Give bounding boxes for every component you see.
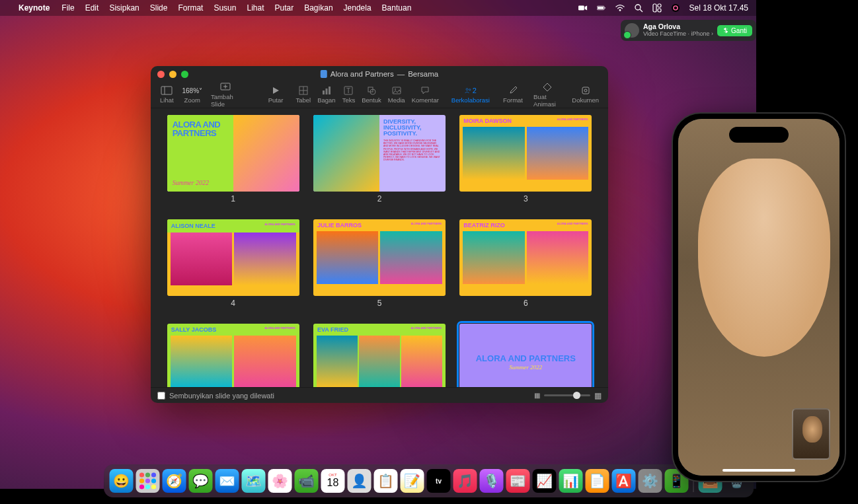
menu-bantuan[interactable]: Bantuan (382, 3, 412, 13)
dock-contacts-icon[interactable]: 👤 (348, 469, 371, 493)
dock-podcasts-icon[interactable]: 🎙️ (480, 469, 504, 493)
facetime-notification[interactable]: Aga Orlova Video FaceTime · iPhone › Gan… (621, 20, 756, 41)
svg-point-34 (151, 472, 156, 477)
slide-thumbnail[interactable]: EVA FRIEDALORA AND PARTNERS (313, 324, 446, 387)
menu-susun[interactable]: Susun (214, 3, 236, 13)
dock-calendar-icon[interactable]: OKT18 (321, 469, 345, 493)
menubar-clock[interactable]: Sel 18 Okt 17.45 (689, 3, 748, 13)
svg-rect-2 (598, 7, 604, 9)
facetime-status-icon[interactable] (578, 3, 588, 13)
menu-slide[interactable]: Slide (150, 3, 168, 13)
menu-putar[interactable]: Putar (275, 3, 294, 13)
menu-format[interactable]: Format (178, 3, 203, 13)
dock-news-icon[interactable]: 📰 (506, 469, 530, 493)
toolbar-zoom-dropdown[interactable]: 168% ˅ Zoom (180, 86, 204, 104)
wifi-status-icon[interactable] (615, 3, 625, 13)
dock-stocks-icon[interactable]: 📈 (533, 469, 557, 493)
document-icon (321, 70, 327, 78)
toolbar-chart-button[interactable]: Bagan (314, 86, 338, 104)
slide-thumbnail[interactable]: ALORA AND PARTNERS Summer 2022 (167, 115, 299, 192)
iphone-home-indicator[interactable] (722, 469, 795, 472)
toolbar-document-button[interactable]: Dokumen (568, 86, 603, 104)
slide-thumbnail[interactable]: MOIRA DAWSONALORA AND PARTNERS (459, 115, 592, 192)
grid-small-icon[interactable]: ▦ (534, 392, 540, 399)
toolbar-format-button[interactable]: Format (499, 86, 527, 104)
slide-thumbnail[interactable]: BEATRIZ RIZOALORA AND PARTNERS (459, 219, 592, 296)
menu-file[interactable]: File (61, 3, 74, 13)
toolbar-comment-button[interactable]: Komentar (409, 86, 442, 104)
slide-thumbnail[interactable]: DIVERSITY, INCLUSIVITY, POSITIVITY. THE … (313, 115, 446, 192)
slide-grid[interactable]: ALORA AND PARTNERS Summer 2022 1 DIVERSI… (151, 108, 608, 387)
slide-5[interactable]: JULIE BARROSALORA AND PARTNERS 5 (310, 219, 448, 308)
dock-mail-icon[interactable]: ✉️ (215, 469, 239, 493)
svg-rect-20 (325, 89, 327, 94)
window-minimize-button[interactable] (169, 71, 176, 78)
toolbar-view-button[interactable]: Lihat (156, 86, 178, 104)
slide-thumbnail[interactable]: ALISON NEALEALORA AND PARTNERS (167, 219, 299, 296)
toolbar-add-slide-button[interactable]: Tambah Slide (207, 83, 244, 108)
dock-finder-icon[interactable]: 😀 (110, 469, 134, 493)
app-menu[interactable]: Keynote (19, 3, 50, 13)
menu-lihat[interactable]: Lihat (247, 3, 264, 13)
dock-settings-icon[interactable]: ⚙️ (639, 469, 662, 493)
slide-3[interactable]: MOIRA DAWSONALORA AND PARTNERS 3 (457, 115, 595, 203)
slide-1[interactable]: ALORA AND PARTNERS Summer 2022 1 (164, 115, 302, 203)
notification-subtitle: Video FaceTime · iPhone › (643, 31, 713, 38)
dock-facetime-icon[interactable]: 📹 (295, 469, 319, 493)
svg-rect-3 (604, 7, 605, 9)
toolbar-media-button[interactable]: Media (385, 86, 409, 104)
text-icon: T (342, 86, 354, 95)
dock-appstore-icon[interactable]: 🅰️ (612, 469, 636, 493)
dock-notes-icon[interactable]: 📝 (401, 469, 424, 493)
slide-4[interactable]: ALISON NEALEALORA AND PARTNERS 4 (164, 219, 302, 308)
dock-maps-icon[interactable]: 🗺️ (242, 469, 266, 493)
toolbar-table-button[interactable]: Tabel (292, 86, 314, 104)
slide-8[interactable]: EVA FRIEDALORA AND PARTNERS 8 (310, 324, 448, 387)
slide-thumbnail[interactable]: SALLY JACOBSALORA AND PARTNERS (167, 324, 299, 387)
dock-launchpad-icon[interactable] (136, 469, 160, 493)
slide-thumbnail[interactable]: JULIE BARROSALORA AND PARTNERS (313, 219, 446, 296)
dock-numbers-icon[interactable]: 📊 (559, 469, 583, 493)
spotlight-icon[interactable] (634, 3, 643, 13)
dock-music-icon[interactable]: 🎵 (453, 469, 477, 493)
toolbar-shape-button[interactable]: Bentuk (358, 86, 385, 104)
slide-6[interactable]: BEATRIZ RIZOALORA AND PARTNERS 6 (457, 219, 595, 308)
toolbar-collaborate-button[interactable]: 2 Berkolaborasi (448, 86, 494, 104)
view-icon (161, 86, 173, 95)
control-center-icon[interactable] (652, 3, 662, 13)
notification-switch-button[interactable]: Ganti (717, 25, 752, 36)
toolbar-animate-button[interactable]: Buat Animasi (529, 83, 565, 108)
dock-pages-icon[interactable]: 📄 (586, 469, 609, 493)
dock-safari-icon[interactable]: 🧭 (163, 469, 186, 493)
dock: 😀 🧭 💬 ✉️ 🗺️ 🌸 📹 OKT18 👤 📋 📝 tv 🎵 🎙️ 📰 📈 … (104, 464, 754, 497)
window-titlebar[interactable]: Alora and Partners — Bersama (151, 66, 608, 82)
menubar: Keynote File Edit Sisipkan Slide Format … (0, 0, 756, 16)
toolbar-text-button[interactable]: T Teks (339, 86, 359, 104)
window-close-button[interactable] (157, 71, 165, 78)
dock-photos-icon[interactable]: 🌸 (268, 469, 292, 493)
play-icon (270, 86, 282, 95)
svg-point-40 (151, 484, 156, 489)
toolbar-play-button[interactable]: Putar (264, 86, 288, 104)
slide-9[interactable]: ALORA AND PARTNERS Summer 2022 9 (457, 324, 595, 387)
slide-thumbnail[interactable]: ALORA AND PARTNERS Summer 2022 (459, 324, 592, 387)
hide-skipped-checkbox[interactable] (157, 392, 165, 400)
facetime-self-view[interactable] (792, 408, 830, 460)
menu-bagikan[interactable]: Bagikan (304, 3, 332, 13)
dock-messages-icon[interactable]: 💬 (189, 469, 213, 493)
grid-large-icon[interactable]: ▦ (594, 391, 602, 400)
slide-2[interactable]: DIVERSITY, INCLUSIVITY, POSITIVITY. THE … (310, 115, 448, 203)
menu-sisipkan[interactable]: Sisipkan (109, 3, 139, 13)
svg-point-31 (584, 89, 587, 92)
battery-status-icon[interactable] (597, 3, 606, 13)
window-maximize-button[interactable] (181, 71, 188, 78)
slide-7[interactable]: SALLY JACOBSALORA AND PARTNERS 7 (164, 324, 302, 387)
iphone-device (672, 112, 846, 482)
menu-jendela[interactable]: Jendela (344, 3, 371, 13)
siri-icon[interactable] (671, 3, 680, 13)
svg-point-33 (145, 472, 150, 477)
dock-tv-icon[interactable]: tv (427, 469, 451, 493)
zoom-slider[interactable] (544, 394, 590, 396)
menu-edit[interactable]: Edit (85, 3, 99, 13)
dock-reminders-icon[interactable]: 📋 (374, 469, 398, 493)
